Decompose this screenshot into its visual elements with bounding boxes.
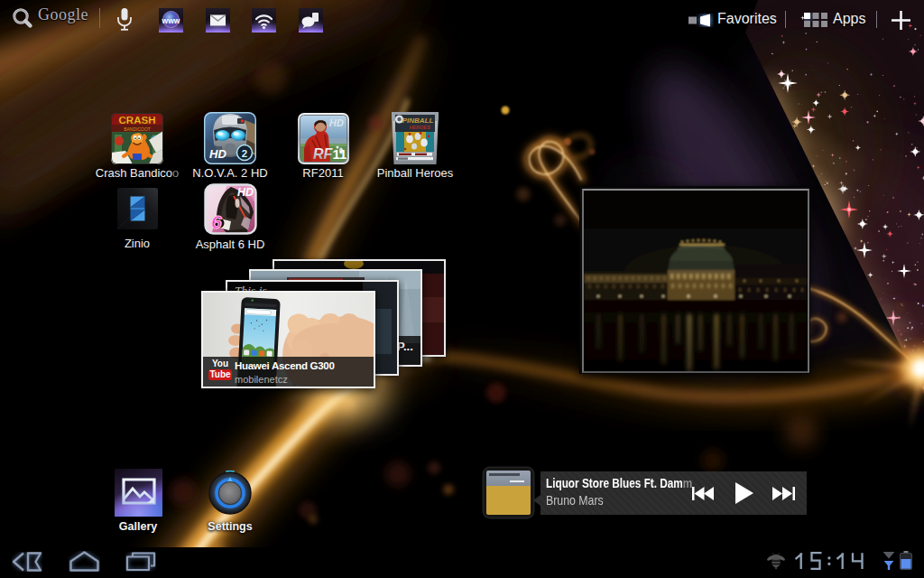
svg-text:6: 6 — [211, 211, 222, 232]
svg-text:P...: P... — [397, 340, 413, 353]
svg-text:HEROES: HEROES — [409, 125, 430, 130]
svg-text:HD: HD — [209, 147, 226, 161]
svg-text:CRASH: CRASH — [119, 115, 156, 126]
svg-text:11: 11 — [333, 146, 347, 162]
svg-text:BANDICOOT: BANDICOOT — [124, 126, 151, 132]
svg-text:www: www — [162, 16, 180, 25]
svg-text:HD: HD — [237, 186, 254, 199]
svg-text:HD: HD — [329, 117, 344, 128]
svg-text:2: 2 — [242, 148, 247, 159]
svg-text:PINBALL: PINBALL — [402, 117, 434, 125]
svg-text:RF: RF — [313, 146, 334, 162]
